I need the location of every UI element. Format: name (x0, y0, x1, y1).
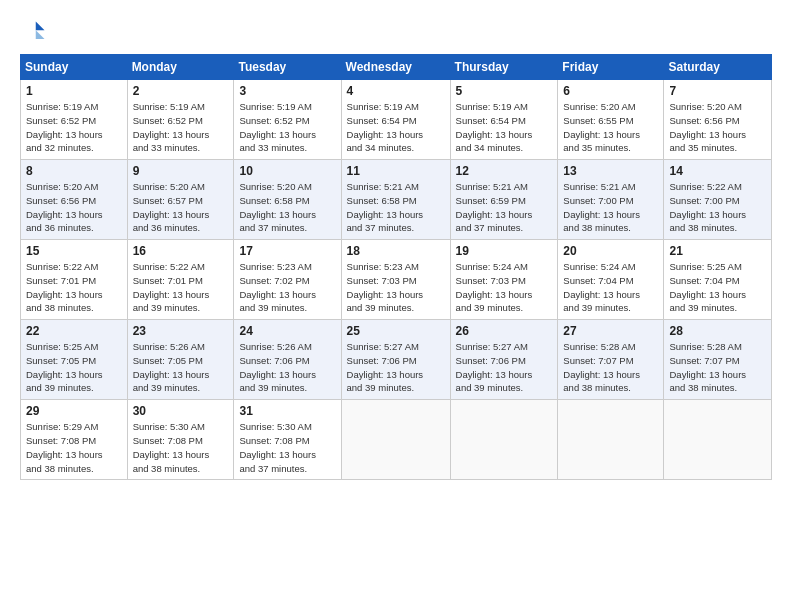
day-number: 27 (563, 324, 658, 338)
day-number: 3 (239, 84, 335, 98)
calendar-cell: 21Sunrise: 5:25 AMSunset: 7:04 PMDayligh… (664, 240, 772, 320)
day-detail: Sunrise: 5:20 AMSunset: 6:55 PMDaylight:… (563, 100, 658, 155)
day-number: 30 (133, 404, 229, 418)
day-detail: Sunrise: 5:21 AMSunset: 7:00 PMDaylight:… (563, 180, 658, 235)
calendar-cell: 28Sunrise: 5:28 AMSunset: 7:07 PMDayligh… (664, 320, 772, 400)
calendar-cell: 17Sunrise: 5:23 AMSunset: 7:02 PMDayligh… (234, 240, 341, 320)
day-number: 28 (669, 324, 766, 338)
day-detail: Sunrise: 5:25 AMSunset: 7:05 PMDaylight:… (26, 340, 122, 395)
col-header-saturday: Saturday (664, 55, 772, 80)
calendar-cell: 1Sunrise: 5:19 AMSunset: 6:52 PMDaylight… (21, 80, 128, 160)
day-number: 25 (347, 324, 445, 338)
calendar-cell: 12Sunrise: 5:21 AMSunset: 6:59 PMDayligh… (450, 160, 558, 240)
day-number: 8 (26, 164, 122, 178)
day-detail: Sunrise: 5:19 AMSunset: 6:52 PMDaylight:… (26, 100, 122, 155)
day-detail: Sunrise: 5:26 AMSunset: 7:05 PMDaylight:… (133, 340, 229, 395)
calendar-cell: 4Sunrise: 5:19 AMSunset: 6:54 PMDaylight… (341, 80, 450, 160)
calendar-cell: 20Sunrise: 5:24 AMSunset: 7:04 PMDayligh… (558, 240, 664, 320)
svg-marker-0 (36, 22, 45, 31)
calendar-week-row: 22Sunrise: 5:25 AMSunset: 7:05 PMDayligh… (21, 320, 772, 400)
calendar-cell: 27Sunrise: 5:28 AMSunset: 7:07 PMDayligh… (558, 320, 664, 400)
day-number: 7 (669, 84, 766, 98)
calendar-cell: 16Sunrise: 5:22 AMSunset: 7:01 PMDayligh… (127, 240, 234, 320)
day-detail: Sunrise: 5:22 AMSunset: 7:00 PMDaylight:… (669, 180, 766, 235)
calendar-cell: 23Sunrise: 5:26 AMSunset: 7:05 PMDayligh… (127, 320, 234, 400)
col-header-sunday: Sunday (21, 55, 128, 80)
calendar-cell: 11Sunrise: 5:21 AMSunset: 6:58 PMDayligh… (341, 160, 450, 240)
day-detail: Sunrise: 5:20 AMSunset: 6:56 PMDaylight:… (26, 180, 122, 235)
page: SundayMondayTuesdayWednesdayThursdayFrid… (0, 0, 792, 612)
calendar-cell: 14Sunrise: 5:22 AMSunset: 7:00 PMDayligh… (664, 160, 772, 240)
day-detail: Sunrise: 5:20 AMSunset: 6:58 PMDaylight:… (239, 180, 335, 235)
day-detail: Sunrise: 5:27 AMSunset: 7:06 PMDaylight:… (456, 340, 553, 395)
day-detail: Sunrise: 5:19 AMSunset: 6:52 PMDaylight:… (133, 100, 229, 155)
calendar-cell (450, 400, 558, 480)
calendar-cell: 6Sunrise: 5:20 AMSunset: 6:55 PMDaylight… (558, 80, 664, 160)
day-number: 1 (26, 84, 122, 98)
day-number: 22 (26, 324, 122, 338)
logo (20, 18, 52, 46)
day-detail: Sunrise: 5:27 AMSunset: 7:06 PMDaylight:… (347, 340, 445, 395)
calendar-cell: 8Sunrise: 5:20 AMSunset: 6:56 PMDaylight… (21, 160, 128, 240)
day-detail: Sunrise: 5:23 AMSunset: 7:02 PMDaylight:… (239, 260, 335, 315)
col-header-monday: Monday (127, 55, 234, 80)
calendar-cell: 26Sunrise: 5:27 AMSunset: 7:06 PMDayligh… (450, 320, 558, 400)
day-number: 19 (456, 244, 553, 258)
day-number: 31 (239, 404, 335, 418)
svg-marker-1 (36, 30, 45, 39)
day-number: 23 (133, 324, 229, 338)
calendar-cell (558, 400, 664, 480)
col-header-wednesday: Wednesday (341, 55, 450, 80)
calendar-cell (341, 400, 450, 480)
calendar-cell: 3Sunrise: 5:19 AMSunset: 6:52 PMDaylight… (234, 80, 341, 160)
calendar-cell: 22Sunrise: 5:25 AMSunset: 7:05 PMDayligh… (21, 320, 128, 400)
calendar-cell: 2Sunrise: 5:19 AMSunset: 6:52 PMDaylight… (127, 80, 234, 160)
day-detail: Sunrise: 5:21 AMSunset: 6:59 PMDaylight:… (456, 180, 553, 235)
calendar-week-row: 1Sunrise: 5:19 AMSunset: 6:52 PMDaylight… (21, 80, 772, 160)
day-number: 9 (133, 164, 229, 178)
calendar-cell: 19Sunrise: 5:24 AMSunset: 7:03 PMDayligh… (450, 240, 558, 320)
col-header-friday: Friday (558, 55, 664, 80)
calendar-cell: 7Sunrise: 5:20 AMSunset: 6:56 PMDaylight… (664, 80, 772, 160)
calendar-cell: 5Sunrise: 5:19 AMSunset: 6:54 PMDaylight… (450, 80, 558, 160)
day-detail: Sunrise: 5:19 AMSunset: 6:54 PMDaylight:… (456, 100, 553, 155)
col-header-tuesday: Tuesday (234, 55, 341, 80)
calendar-week-row: 29Sunrise: 5:29 AMSunset: 7:08 PMDayligh… (21, 400, 772, 480)
day-detail: Sunrise: 5:30 AMSunset: 7:08 PMDaylight:… (239, 420, 335, 475)
calendar-cell: 13Sunrise: 5:21 AMSunset: 7:00 PMDayligh… (558, 160, 664, 240)
day-number: 29 (26, 404, 122, 418)
day-number: 4 (347, 84, 445, 98)
day-number: 24 (239, 324, 335, 338)
logo-icon (20, 18, 48, 46)
day-number: 10 (239, 164, 335, 178)
calendar-week-row: 15Sunrise: 5:22 AMSunset: 7:01 PMDayligh… (21, 240, 772, 320)
day-detail: Sunrise: 5:19 AMSunset: 6:54 PMDaylight:… (347, 100, 445, 155)
day-number: 16 (133, 244, 229, 258)
day-detail: Sunrise: 5:20 AMSunset: 6:56 PMDaylight:… (669, 100, 766, 155)
day-detail: Sunrise: 5:30 AMSunset: 7:08 PMDaylight:… (133, 420, 229, 475)
day-detail: Sunrise: 5:24 AMSunset: 7:04 PMDaylight:… (563, 260, 658, 315)
day-number: 2 (133, 84, 229, 98)
calendar-cell: 29Sunrise: 5:29 AMSunset: 7:08 PMDayligh… (21, 400, 128, 480)
day-number: 6 (563, 84, 658, 98)
day-number: 26 (456, 324, 553, 338)
day-detail: Sunrise: 5:21 AMSunset: 6:58 PMDaylight:… (347, 180, 445, 235)
day-number: 14 (669, 164, 766, 178)
day-number: 20 (563, 244, 658, 258)
header (20, 18, 772, 46)
day-number: 21 (669, 244, 766, 258)
day-detail: Sunrise: 5:23 AMSunset: 7:03 PMDaylight:… (347, 260, 445, 315)
day-detail: Sunrise: 5:25 AMSunset: 7:04 PMDaylight:… (669, 260, 766, 315)
calendar-cell: 31Sunrise: 5:30 AMSunset: 7:08 PMDayligh… (234, 400, 341, 480)
day-number: 18 (347, 244, 445, 258)
calendar-cell: 25Sunrise: 5:27 AMSunset: 7:06 PMDayligh… (341, 320, 450, 400)
calendar-cell: 15Sunrise: 5:22 AMSunset: 7:01 PMDayligh… (21, 240, 128, 320)
day-number: 15 (26, 244, 122, 258)
calendar-table: SundayMondayTuesdayWednesdayThursdayFrid… (20, 54, 772, 480)
day-number: 17 (239, 244, 335, 258)
day-detail: Sunrise: 5:22 AMSunset: 7:01 PMDaylight:… (133, 260, 229, 315)
day-detail: Sunrise: 5:29 AMSunset: 7:08 PMDaylight:… (26, 420, 122, 475)
day-number: 13 (563, 164, 658, 178)
day-detail: Sunrise: 5:20 AMSunset: 6:57 PMDaylight:… (133, 180, 229, 235)
day-detail: Sunrise: 5:22 AMSunset: 7:01 PMDaylight:… (26, 260, 122, 315)
